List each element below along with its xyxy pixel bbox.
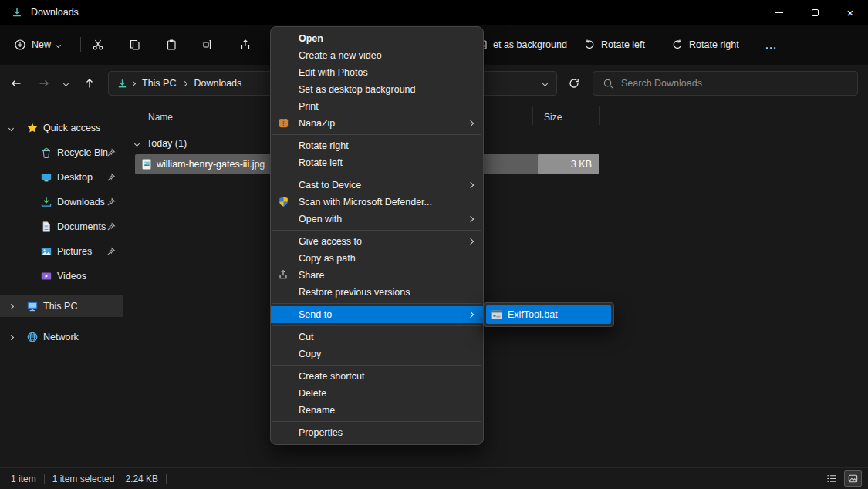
sidebar-item-quick-access[interactable]: Quick access xyxy=(0,117,123,139)
set-as-background-button[interactable]: et as background xyxy=(469,32,573,57)
search-input[interactable] xyxy=(621,78,848,89)
menu-separator xyxy=(272,325,481,326)
menu-item-rotate-right[interactable]: Rotate right xyxy=(271,137,483,154)
close-button[interactable]: × xyxy=(833,0,868,25)
thumbnail-view-button[interactable] xyxy=(844,470,862,487)
arrow-right-icon xyxy=(38,77,50,89)
network-icon xyxy=(26,331,39,343)
minimize-button[interactable] xyxy=(762,0,797,25)
pin-icon xyxy=(106,148,116,157)
chevron-right-icon[interactable] xyxy=(8,303,14,309)
menu-item-scan-with-microsoft-defender[interactable]: Scan with Microsoft Defender... xyxy=(271,194,483,211)
menu-item-rename[interactable]: Rename xyxy=(271,402,483,419)
status-divider xyxy=(44,474,45,484)
videos-icon xyxy=(40,270,52,282)
address-dropdown-icon[interactable] xyxy=(542,81,548,86)
share-button[interactable] xyxy=(231,32,259,57)
refresh-button[interactable] xyxy=(562,71,586,96)
rotate-right-button[interactable]: Rotate right xyxy=(665,32,745,57)
submenu-arrow-icon xyxy=(468,216,474,222)
menu-item-properties[interactable]: Properties xyxy=(271,424,483,441)
forward-button[interactable] xyxy=(32,71,56,96)
recent-locations-button[interactable] xyxy=(57,71,74,96)
menu-item-open-with[interactable]: Open with xyxy=(271,211,483,228)
menu-separator xyxy=(272,365,481,366)
recycle-bin-icon xyxy=(40,147,52,159)
file-list: Name Size Today (1) william-henry-gates-… xyxy=(124,102,868,467)
sidebar: Quick access Recycle Bin Desktop Downloa… xyxy=(0,102,123,467)
chevron-right-icon[interactable] xyxy=(8,334,14,339)
sidebar-item-documents[interactable]: Documents xyxy=(0,216,123,238)
send-to-submenu: ExifTool.bat xyxy=(483,302,614,327)
menu-item-cut[interactable]: Cut xyxy=(271,329,483,346)
sidebar-item-desktop[interactable]: Desktop xyxy=(0,167,123,188)
rotate-right-icon xyxy=(671,39,684,51)
titlebar: Downloads × xyxy=(0,0,868,25)
context-menu: Open Create a new video Edit with Photos… xyxy=(270,26,484,445)
sidebar-item-videos[interactable]: Videos xyxy=(0,265,123,287)
menu-item-edit-with-photos[interactable]: Edit with Photos xyxy=(271,64,483,81)
sidebar-item-downloads[interactable]: Downloads xyxy=(0,191,123,213)
column-divider[interactable] xyxy=(532,106,533,125)
submenu-arrow-icon xyxy=(468,312,474,318)
menu-item-restore-previous-versions[interactable]: Restore previous versions xyxy=(271,284,483,301)
menu-item-open[interactable]: Open xyxy=(271,30,483,47)
arrow-left-icon xyxy=(10,77,22,89)
rotate-left-button[interactable]: Rotate left xyxy=(577,32,651,57)
rename-button[interactable] xyxy=(194,32,222,57)
menu-separator xyxy=(272,134,481,135)
menu-item-give-access-to[interactable]: Give access to xyxy=(271,233,483,250)
column-divider[interactable] xyxy=(599,106,600,125)
menu-separator xyxy=(272,303,481,304)
scissors-icon xyxy=(92,39,104,51)
menu-item-nanazip[interactable]: NanaZip xyxy=(271,115,483,132)
submenu-arrow-icon xyxy=(468,182,474,188)
menu-item-rotate-left[interactable]: Rotate left xyxy=(271,154,483,171)
column-header-name[interactable]: Name xyxy=(148,108,173,126)
downloads-folder-icon xyxy=(117,78,128,89)
menu-item-copy-as-path[interactable]: Copy as path xyxy=(271,250,483,267)
menu-item-share[interactable]: Share xyxy=(271,267,483,284)
menu-item-print[interactable]: Print xyxy=(271,98,483,115)
clipboard-icon xyxy=(165,39,177,51)
submenu-item-exiftool-bat[interactable]: ExifTool.bat xyxy=(486,305,611,324)
menu-item-cast-to-device[interactable]: Cast to Device xyxy=(271,177,483,194)
minimize-icon xyxy=(775,12,783,13)
sidebar-item-network[interactable]: Network xyxy=(0,326,123,348)
menu-item-set-as-desktop-background[interactable]: Set as desktop background xyxy=(271,81,483,98)
toolbar-divider xyxy=(80,37,81,52)
sidebar-item-this-pc[interactable]: This PC xyxy=(0,295,123,317)
back-button[interactable] xyxy=(4,71,29,96)
copy-button[interactable] xyxy=(121,32,149,57)
menu-item-send-to[interactable]: Send to xyxy=(271,306,483,323)
column-header-size[interactable]: Size xyxy=(544,108,562,126)
cut-button[interactable] xyxy=(84,32,112,57)
menu-item-create-shortcut[interactable]: Create shortcut xyxy=(271,368,483,385)
breadcrumb-downloads[interactable]: Downloads xyxy=(190,78,245,89)
share-icon xyxy=(239,39,252,51)
status-bar: 1 item 1 item selected 2.24 KB xyxy=(0,467,868,489)
details-view-icon xyxy=(826,473,837,484)
breadcrumb-this-pc[interactable]: This PC xyxy=(138,78,180,89)
details-view-button[interactable] xyxy=(822,470,840,487)
more-options-button[interactable]: … xyxy=(758,32,784,57)
desktop-icon xyxy=(40,171,52,184)
menu-item-create-a-new-video[interactable]: Create a new video xyxy=(271,47,483,64)
menu-item-delete[interactable]: Delete xyxy=(271,385,483,402)
sidebar-item-pictures[interactable]: Pictures xyxy=(0,241,123,262)
sidebar-item-recycle-bin[interactable]: Recycle Bin xyxy=(0,142,123,164)
item-count: 1 item xyxy=(11,474,36,484)
close-icon: × xyxy=(847,7,854,19)
maximize-button[interactable] xyxy=(797,0,833,25)
paste-button[interactable] xyxy=(157,32,185,57)
menu-item-copy[interactable]: Copy xyxy=(271,346,483,363)
new-button[interactable]: New xyxy=(8,32,66,57)
downloads-icon xyxy=(40,196,52,208)
search-box xyxy=(593,71,858,96)
menu-separator xyxy=(272,230,481,231)
file-size: 3 KB xyxy=(538,154,599,174)
up-button[interactable] xyxy=(77,71,102,96)
chevron-down-icon[interactable] xyxy=(8,125,14,130)
group-header-today[interactable]: Today (1) xyxy=(135,134,187,153)
pin-icon xyxy=(106,222,116,231)
